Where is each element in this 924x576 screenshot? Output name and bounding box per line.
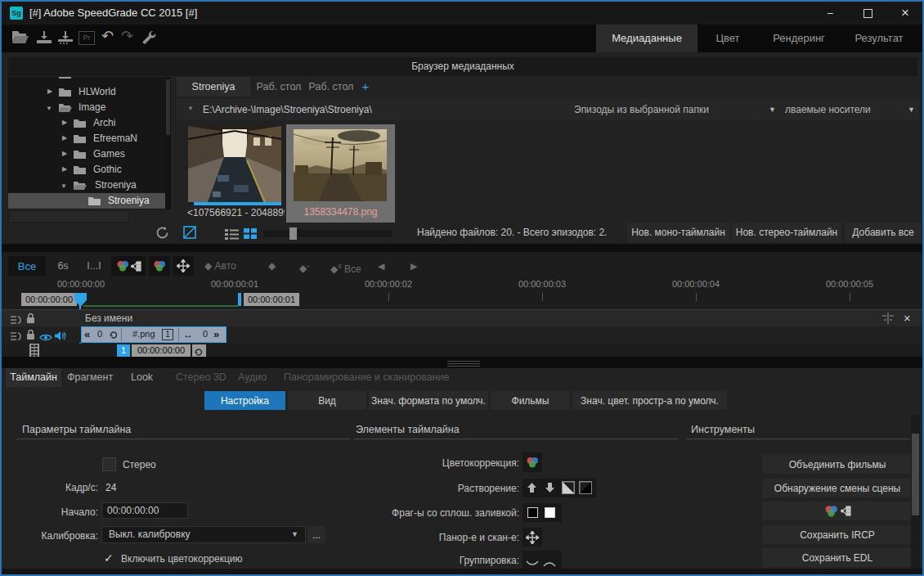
remove-keyframe-button[interactable]: ◆-	[299, 256, 310, 276]
browser-tab-desktop-2[interactable]: Раб. стол	[306, 77, 357, 97]
close-button[interactable]: ×	[886, 2, 924, 25]
subtab-format-defaults[interactable]: Знач. формата по умолч.	[369, 391, 488, 410]
chevron-down-icon[interactable]: ▼	[769, 99, 776, 120]
marker-timecode[interactable]: 00:00:00:01	[244, 293, 299, 306]
scene-detect-button[interactable]: Обнаружение смены сцены	[762, 479, 913, 497]
chevron-right-icon[interactable]: ▶	[62, 134, 67, 142]
remove-all-keyframes-button[interactable]: ◆x Все	[330, 256, 361, 276]
new-mono-timeline-button[interactable]: Нов. моно-таймлайн	[627, 223, 729, 242]
thumbnail-station[interactable]	[188, 126, 281, 202]
tree-item-stroeniya-parent[interactable]: ▼ Stroeniya	[8, 178, 165, 193]
panel-scrollbar-thumb[interactable]	[912, 434, 919, 515]
timeline-clip[interactable]: « 0 #.png 1 ↔ 0 »	[81, 326, 227, 343]
subtab-colorspace-defaults[interactable]: Знач. цвет. простр-а по умолч.	[572, 391, 727, 410]
clip-name[interactable]: #.png	[132, 329, 155, 339]
clip-index-box[interactable]: 1	[162, 329, 173, 340]
open-project-icon[interactable]	[11, 30, 29, 47]
tree-item-gothic[interactable]: ▶ Gothic	[8, 162, 165, 178]
color-correction-button[interactable]	[149, 256, 170, 276]
nav-tab-color[interactable]: Цвет	[701, 25, 755, 52]
zoom-all-button[interactable]: Все	[8, 256, 46, 276]
zoom-range-button[interactable]: I...I	[78, 256, 110, 276]
panel-tab-timeline[interactable]: Таймлайн	[6, 368, 61, 387]
chevron-right-icon[interactable]: ▶	[62, 165, 67, 173]
timeline-name[interactable]: Без имени	[85, 310, 132, 326]
tree-filter-field[interactable]	[8, 210, 129, 223]
chevron-right-icon[interactable]: ▶	[62, 119, 67, 126]
no-preview-icon[interactable]	[183, 226, 196, 242]
minimize-button[interactable]: −	[811, 2, 849, 25]
tree-item-clipped[interactable]: ▶	[8, 77, 165, 82]
dissolve-up-icon[interactable]	[527, 482, 537, 497]
browser-tab-stroeniya[interactable]: Stroeniya	[177, 77, 250, 97]
color-correction-layers-button[interactable]	[111, 256, 146, 276]
solid-white-icon[interactable]	[545, 507, 555, 518]
undo-icon[interactable]: ↶	[101, 27, 114, 45]
add-keyframe-button[interactable]: ◆	[268, 256, 276, 276]
panel-tab-fragment[interactable]: Фрагмент	[67, 368, 113, 387]
browser-tab-desktop-1[interactable]: Раб. стол	[253, 77, 304, 97]
nav-tab-media[interactable]: Медиаданные	[596, 25, 697, 52]
clip-in-handle[interactable]: «	[84, 328, 90, 340]
pan-scan-button[interactable]	[173, 256, 194, 276]
dissolve-from-black-icon[interactable]	[562, 481, 575, 497]
tree-item-archi[interactable]: ▶ Archi	[8, 115, 165, 131]
clip-out-handle[interactable]: »	[213, 328, 219, 340]
range-end-marker[interactable]	[238, 293, 241, 306]
next-keyframe-button[interactable]: ▶	[410, 256, 417, 276]
tree-item-games[interactable]: ▶ Games	[8, 146, 165, 162]
frame-timecode-box[interactable]: 00:00:00:00	[132, 344, 191, 357]
thumbnail-wasteland[interactable]	[294, 129, 387, 201]
tree-item-stroeniya-selected[interactable]: Stroeniya	[8, 193, 165, 209]
new-stereo-timeline-button[interactable]: Нов. стерео-таймлайн	[732, 223, 841, 242]
path-expand-icon[interactable]: ▼	[187, 105, 194, 112]
lock-icon[interactable]	[26, 313, 35, 327]
tree-item-efreeman[interactable]: ▶ EfreemaN	[8, 131, 165, 146]
panel-tab-look[interactable]: Look	[131, 368, 153, 387]
subtab-view[interactable]: Вид	[288, 391, 366, 410]
tree-item-image[interactable]: ▼ Image	[8, 100, 165, 115]
save-timeline-as-icon[interactable]	[57, 30, 74, 47]
episodes-dropdown[interactable]: Эпизоды из выбранной папки	[574, 99, 709, 120]
maximize-button[interactable]	[849, 2, 886, 25]
check-icon[interactable]: ✓	[104, 551, 114, 565]
clip-in-value[interactable]: 0	[97, 329, 102, 339]
dissolve-to-black-icon[interactable]	[579, 481, 592, 497]
pan-scan-element-button[interactable]	[523, 528, 542, 547]
settings-wrench-icon[interactable]	[142, 30, 156, 47]
nav-tab-result[interactable]: Результат	[842, 25, 916, 52]
zoom-6s-button[interactable]: 6s	[51, 256, 75, 276]
tree-scrollbar-thumb[interactable]	[166, 79, 170, 135]
divider-grip-handle[interactable]	[447, 363, 480, 364]
save-timeline-icon[interactable]	[36, 30, 52, 47]
start-timecode-field[interactable]: 00:00:00:00	[101, 502, 188, 519]
solid-black-icon[interactable]	[527, 507, 538, 518]
frame-loop-button[interactable]	[192, 344, 206, 357]
stereo-checkbox[interactable]	[102, 457, 116, 471]
close-timeline-icon[interactable]: ×	[904, 310, 911, 326]
thumbnail-size-slider[interactable]	[263, 230, 392, 237]
playhead-timecode[interactable]: 00:00:00:00	[21, 293, 77, 306]
loop-icon[interactable]	[109, 330, 119, 340]
merge-reels-button[interactable]: Объединить фильмы	[762, 455, 913, 474]
attach-panel-icon[interactable]	[881, 313, 895, 327]
save-edl-button[interactable]: Сохранить EDL	[762, 548, 913, 567]
fps-value[interactable]: 24	[105, 482, 116, 493]
calibration-select[interactable]: Выкл. калибровку ▼	[101, 526, 306, 543]
subtab-reels[interactable]: Фильмы	[491, 391, 570, 410]
media-type-dropdown[interactable]: лваемые носители	[785, 99, 871, 120]
nav-tab-render[interactable]: Рендеринг	[758, 25, 840, 52]
track-settings-icon[interactable]	[10, 330, 21, 344]
chevron-down-icon[interactable]: ▼	[46, 105, 52, 112]
chevron-right-icon[interactable]: ▶	[62, 150, 67, 157]
dissolve-down-icon[interactable]	[545, 482, 555, 497]
previous-keyframe-button[interactable]: ◀	[378, 256, 384, 276]
cc-icon-button[interactable]	[523, 452, 542, 472]
lock-icon[interactable]	[26, 329, 35, 344]
frame-number-box[interactable]: 1	[117, 344, 130, 357]
add-all-button[interactable]: Добавить все	[845, 223, 922, 242]
grid-view-icon[interactable]	[244, 227, 257, 242]
track-audio-speaker-icon[interactable]	[54, 330, 66, 344]
chevron-down-icon[interactable]: ▼	[908, 99, 915, 120]
keyframe-auto-toggle[interactable]: ◆ Авто	[204, 256, 236, 276]
